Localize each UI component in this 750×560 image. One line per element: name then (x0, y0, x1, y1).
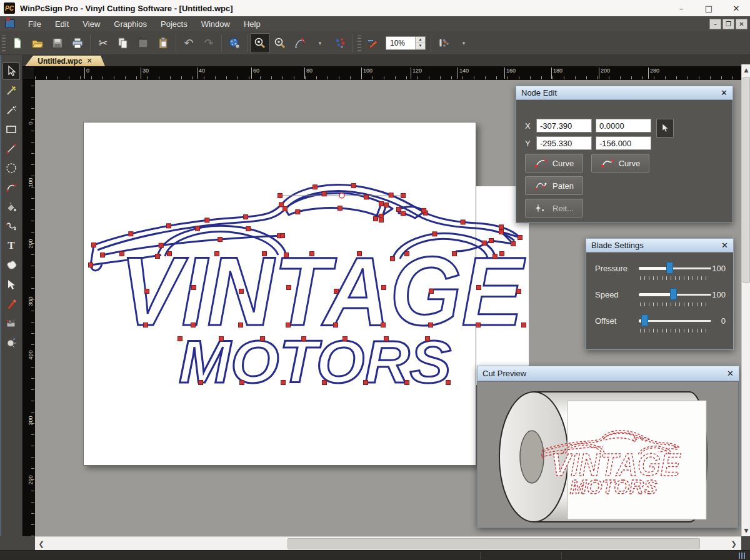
node-handle[interactable] (196, 226, 200, 231)
tool-blob[interactable] (2, 256, 20, 274)
node-handle[interactable] (246, 227, 251, 231)
node-handle[interactable] (284, 253, 289, 258)
node-handle[interactable] (281, 381, 286, 385)
pen-sign-button[interactable] (363, 33, 383, 53)
node-handle[interactable] (101, 253, 105, 258)
curve-button-1[interactable]: Curve (525, 154, 583, 172)
dropdown-button[interactable]: ▾ (454, 33, 474, 53)
node-handle[interactable] (405, 381, 409, 385)
tool-spray-wand[interactable] (2, 101, 20, 119)
node-handle[interactable] (261, 337, 265, 341)
node-handle[interactable] (145, 289, 149, 294)
panel-close-icon[interactable]: ✕ (721, 241, 728, 250)
tool-select[interactable] (2, 62, 20, 80)
curve-button-2[interactable]: Curve (591, 154, 649, 172)
tool-ellipse[interactable] (2, 159, 20, 177)
node-handle[interactable] (511, 242, 516, 246)
tool-arrow[interactable] (2, 276, 20, 293)
tool-freehand[interactable] (2, 218, 20, 235)
zoom-decrease-icon[interactable]: ▼ (416, 43, 425, 49)
node-handle[interactable] (401, 211, 406, 216)
tool-node-wand[interactable] (2, 82, 20, 99)
node-handle[interactable] (381, 323, 386, 328)
node-handle[interactable] (159, 243, 163, 248)
node-handle[interactable] (429, 289, 434, 294)
nodes-color-button[interactable] (330, 33, 350, 53)
curve-tool-button[interactable] (290, 33, 310, 53)
node-handle[interactable] (391, 257, 395, 261)
node-handle[interactable] (192, 286, 196, 290)
node-handle[interactable] (446, 381, 451, 385)
vertical-scrollbar[interactable]: ▲ ▼ (741, 64, 750, 536)
node-handle[interactable] (364, 381, 368, 385)
pressure-slider-thumb[interactable] (666, 262, 673, 274)
node-handle[interactable] (405, 252, 409, 256)
node-handle[interactable] (499, 230, 504, 234)
node-handle[interactable] (351, 184, 356, 188)
node-handle[interactable] (199, 381, 203, 385)
blade-settings-titlebar[interactable]: Blade Settings ✕ (586, 239, 733, 252)
node-handle[interactable] (240, 381, 244, 385)
offset-slider-thumb[interactable] (641, 314, 648, 326)
tool-weed[interactable] (2, 334, 20, 351)
cut-preview-titlebar[interactable]: Cut Preview ✕ (478, 366, 739, 381)
zoom-out-button[interactable] (270, 33, 290, 53)
node-handle[interactable] (296, 209, 300, 214)
node-handle[interactable] (500, 252, 504, 256)
paste-block-button[interactable] (133, 33, 153, 53)
mdi-minimize-button[interactable]: – (709, 19, 721, 29)
undo-button[interactable]: ↶ (179, 33, 199, 53)
horizontal-scrollbar[interactable]: ❮ ❯ (35, 536, 741, 550)
menu-edit[interactable]: Edit (48, 18, 76, 31)
node-handle[interactable] (397, 208, 401, 212)
node-handle[interactable] (334, 323, 338, 328)
print-button[interactable] (68, 33, 88, 53)
copy-button[interactable] (113, 33, 133, 53)
node-handle[interactable] (313, 185, 318, 189)
node-handle[interactable] (334, 289, 339, 294)
node-handle[interactable] (178, 337, 182, 341)
paste-button[interactable] (153, 33, 173, 53)
tool-plotter[interactable] (2, 314, 20, 332)
node-handle[interactable] (287, 286, 291, 290)
node-handle[interactable] (218, 238, 222, 242)
tab-close-icon[interactable]: ✕ (87, 57, 92, 65)
zoom-level-value[interactable]: 10% (386, 39, 415, 48)
node-handle[interactable] (89, 263, 93, 268)
node-handle[interactable] (191, 323, 196, 328)
mdi-restore-button[interactable]: ❐ (722, 19, 734, 29)
redo-button[interactable]: ↷ (199, 33, 219, 53)
menu-view[interactable]: View (76, 18, 107, 31)
x1-field[interactable]: -307.390 (536, 119, 592, 132)
scroll-right-icon[interactable]: ❯ (728, 537, 740, 551)
y1-field[interactable]: -295.330 (536, 136, 592, 150)
node-handle[interactable] (239, 289, 244, 294)
node-handle[interactable] (522, 323, 526, 328)
node-handle[interactable] (429, 323, 433, 328)
panel-close-icon[interactable]: ✕ (727, 369, 734, 378)
node-handle[interactable] (482, 241, 486, 245)
menu-graphios[interactable]: Graphios (107, 18, 154, 31)
node-handle[interactable] (279, 202, 284, 207)
node-handle[interactable] (379, 202, 384, 206)
node-handle[interactable] (322, 381, 327, 385)
node-handle[interactable] (499, 225, 503, 229)
panel-close-icon[interactable]: ✕ (721, 88, 728, 98)
scroll-up-icon[interactable]: ▲ (742, 64, 750, 76)
node-handle[interactable] (401, 194, 406, 198)
node-handle[interactable] (364, 195, 369, 199)
plot-output-button[interactable] (434, 33, 454, 53)
node-handle[interactable] (384, 203, 389, 208)
dropdown-button[interactable]: ▾ (310, 33, 330, 53)
node-edit-titlebar[interactable]: Node Edit ✕ (516, 86, 732, 100)
menu-help[interactable]: Help (237, 18, 268, 31)
node-handle[interactable] (166, 224, 171, 228)
settings-globe-button[interactable] (224, 33, 244, 53)
cut-button[interactable]: ✂ (93, 33, 113, 53)
close-button[interactable]: ✕ (722, 0, 750, 16)
scroll-down-icon[interactable]: ▼ (742, 525, 750, 536)
node-handle[interactable] (322, 192, 326, 196)
node-handle[interactable] (517, 289, 521, 294)
tool-pen-red[interactable] (2, 295, 20, 312)
node-handle[interactable] (489, 239, 494, 243)
